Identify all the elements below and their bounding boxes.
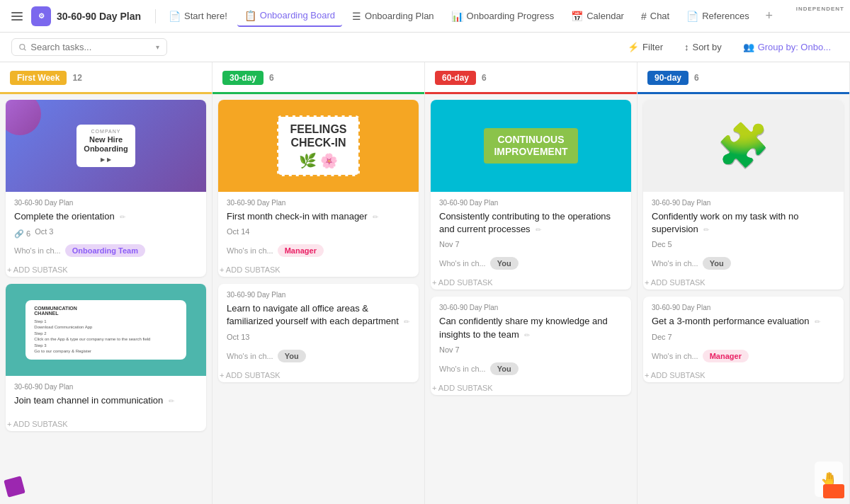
card-date-c7: Dec 5 bbox=[652, 240, 672, 248]
svg-rect-2 bbox=[11, 19, 23, 21]
column-first-week: First Week 12 COMPANY New HireOnboarding… bbox=[0, 62, 212, 504]
card-title-c8: Get a 3-month performance evaluation ✏ bbox=[652, 315, 835, 328]
assignee-label-c3: Who's in ch... bbox=[227, 246, 273, 255]
card-c5[interactable]: CONTINUOUSIMPROVEMENT 30-60-90 Day Plan … bbox=[431, 100, 631, 290]
edit-icon-c1[interactable]: ✏ bbox=[120, 213, 125, 221]
add-subtask-c4[interactable]: + ADD SUBTASK bbox=[218, 368, 419, 382]
tab-references[interactable]: 📄 References bbox=[679, 6, 756, 26]
assignee-label-c7: Who's in ch... bbox=[652, 259, 698, 268]
add-subtask-c6[interactable]: + ADD SUBTASK bbox=[431, 381, 631, 395]
card-body-c1: 30-60-90 Day Plan Complete the orientati… bbox=[6, 192, 206, 263]
card-body-c6: 30-60-90 Day Plan Can confidently share … bbox=[431, 297, 631, 380]
tab-calendar-label: Calendar bbox=[586, 11, 624, 21]
add-subtask-c8[interactable]: + ADD SUBTASK bbox=[643, 368, 844, 382]
search-box[interactable]: ▾ bbox=[11, 38, 167, 56]
search-input[interactable] bbox=[30, 42, 152, 52]
column-header-first-week: First Week 12 bbox=[0, 62, 212, 94]
card-c6[interactable]: 30-60-90 Day Plan Can confidently share … bbox=[431, 297, 631, 394]
add-subtask-c2[interactable]: + ADD SUBTASK bbox=[6, 417, 206, 431]
add-subtask-c1[interactable]: + ADD SUBTASK bbox=[6, 263, 206, 277]
edit-icon-c6[interactable]: ✏ bbox=[524, 331, 530, 339]
card-title-c1: Complete the orientation ✏ bbox=[14, 210, 198, 223]
card-body-c4: 30-60-90 Day Plan Learn to navigate all … bbox=[218, 284, 419, 367]
column-header-day90: 90-day 6 bbox=[638, 62, 849, 94]
card-body-c7: 30-60-90 Day Plan Confidently work on my… bbox=[643, 192, 844, 275]
edit-icon-c7[interactable]: ✏ bbox=[703, 226, 709, 234]
add-subtask-c5[interactable]: + ADD SUBTASK bbox=[431, 275, 631, 290]
progress-icon: 📊 bbox=[451, 11, 463, 22]
subtask-count-c1: 🔗 6 bbox=[14, 229, 30, 239]
column-tag-first-week: First Week bbox=[10, 71, 67, 85]
card-c8[interactable]: 30-60-90 Day Plan Get a 3-month performa… bbox=[643, 297, 844, 382]
tab-chat[interactable]: # Chat bbox=[634, 6, 676, 26]
assignee-label-c1: Who's in ch... bbox=[14, 246, 61, 255]
column-day60: 60-day 6 CONTINUOUSIMPROVEMENT 30-60-90 … bbox=[425, 62, 638, 504]
card-title-c5: Consistently contributing to the operati… bbox=[439, 210, 623, 236]
sort-label: Sort by bbox=[692, 42, 721, 52]
tab-chat-label: Chat bbox=[650, 11, 669, 21]
sort-icon: ↕ bbox=[684, 42, 689, 52]
sort-button[interactable]: ↕ Sort by bbox=[676, 38, 730, 57]
menu-button[interactable] bbox=[6, 5, 28, 28]
assignee-badge-c4: You bbox=[278, 350, 306, 362]
card-c2[interactable]: COMMUNICATIONCHANNEL Step 1Download Comm… bbox=[6, 284, 206, 431]
card-meta-c4: 30-60-90 Day Plan bbox=[227, 291, 410, 299]
assignee-badge-c7: You bbox=[703, 257, 731, 270]
tab-progress[interactable]: 📊 Onboarding Progress bbox=[444, 6, 562, 26]
add-subtask-c3[interactable]: + ADD SUBTASK bbox=[218, 263, 419, 277]
svg-rect-0 bbox=[11, 12, 23, 13]
card-c1[interactable]: COMPANY New HireOnboarding ▶ ▶ 30-60-90 … bbox=[6, 100, 206, 277]
card-date-c6: Nov 7 bbox=[439, 345, 460, 354]
tab-progress-label: Onboarding Progress bbox=[467, 11, 555, 21]
add-subtask-c7[interactable]: + ADD SUBTASK bbox=[643, 275, 844, 290]
column-cards-day60: CONTINUOUSIMPROVEMENT 30-60-90 Day Plan … bbox=[425, 94, 637, 504]
edit-icon-c2[interactable]: ✏ bbox=[169, 397, 174, 405]
column-count-first-week: 12 bbox=[72, 73, 81, 83]
column-count-day90: 6 bbox=[694, 73, 699, 83]
card-footer-c5: Nov 7 bbox=[439, 240, 623, 253]
logo-icon: ⚙ bbox=[38, 12, 45, 20]
assignee-badge-c5: You bbox=[490, 257, 518, 270]
edit-icon-c5[interactable]: ✏ bbox=[536, 226, 541, 234]
card-meta-c3: 30-60-90 Day Plan bbox=[227, 199, 410, 207]
column-header-day30: 30-day 6 bbox=[212, 62, 424, 94]
card-footer-c4: Oct 13 bbox=[227, 333, 410, 345]
card-c4[interactable]: 30-60-90 Day Plan Learn to navigate all … bbox=[218, 284, 419, 382]
assignee-badge-c6: You bbox=[490, 362, 518, 375]
group-button[interactable]: 👥 Group by: Onbo... bbox=[735, 38, 839, 57]
filter-label: Filter bbox=[642, 42, 663, 52]
card-meta-c1: 30-60-90 Day Plan bbox=[14, 199, 198, 207]
filter-button[interactable]: ⚡ Filter bbox=[620, 38, 671, 57]
tab-calendar[interactable]: 📅 Calendar bbox=[564, 6, 631, 26]
column-count-day30: 6 bbox=[269, 73, 274, 83]
card-c7[interactable]: 🧩 INDEPENDENT 30-60-90 Day Plan Confiden… bbox=[643, 100, 844, 290]
assignee-label-c5: Who's in ch... bbox=[439, 259, 486, 268]
card-c3[interactable]: FEELINGSCHECK-IN 🌿 🌸 30-60-90 Day Plan F… bbox=[218, 100, 419, 277]
card-footer-c1: 🔗 6 Oct 3 bbox=[14, 227, 198, 240]
card-meta-c2: 30-60-90 Day Plan bbox=[14, 383, 198, 391]
card-footer-badge-c4: Who's in ch... You bbox=[227, 350, 410, 362]
board-area: First Week 12 COMPANY New HireOnboarding… bbox=[0, 62, 850, 504]
tab-plan-label: Onboarding Plan bbox=[365, 11, 434, 21]
references-icon: 📄 bbox=[686, 11, 698, 22]
app-logo: ⚙ bbox=[31, 6, 51, 26]
toolbar: ▾ ⚡ Filter ↕ Sort by 👥 Group by: Onbo... bbox=[0, 33, 850, 62]
card-body-c2: 30-60-90 Day Plan Join team channel in c… bbox=[6, 376, 206, 417]
add-tab-button[interactable]: + bbox=[759, 6, 779, 26]
column-day90: 90-day 6 🧩 INDEPENDENT 30-60-90 Day Plan… bbox=[638, 62, 850, 504]
card-date-c8: Dec 7 bbox=[652, 333, 672, 341]
nav-divider-1 bbox=[155, 9, 156, 23]
tab-references-label: References bbox=[702, 11, 749, 21]
svg-point-3 bbox=[20, 44, 25, 49]
edit-icon-c3[interactable]: ✏ bbox=[373, 213, 378, 221]
tab-start[interactable]: 📄 Start here! bbox=[162, 6, 234, 26]
column-tag-day30: 30-day bbox=[222, 71, 264, 85]
card-title-c6: Can confidently share my knowledge and i… bbox=[439, 315, 623, 340]
edit-icon-c8[interactable]: ✏ bbox=[815, 318, 820, 326]
card-footer-badge-c3: Who's in ch... Manager bbox=[227, 244, 410, 257]
subtask-icon: 🔗 bbox=[14, 229, 24, 239]
edit-icon-c4[interactable]: ✏ bbox=[404, 318, 409, 326]
tab-board[interactable]: 📋 Onboarding Board bbox=[237, 6, 342, 27]
svg-line-4 bbox=[24, 48, 26, 50]
tab-plan[interactable]: ☰ Onboarding Plan bbox=[345, 6, 441, 26]
